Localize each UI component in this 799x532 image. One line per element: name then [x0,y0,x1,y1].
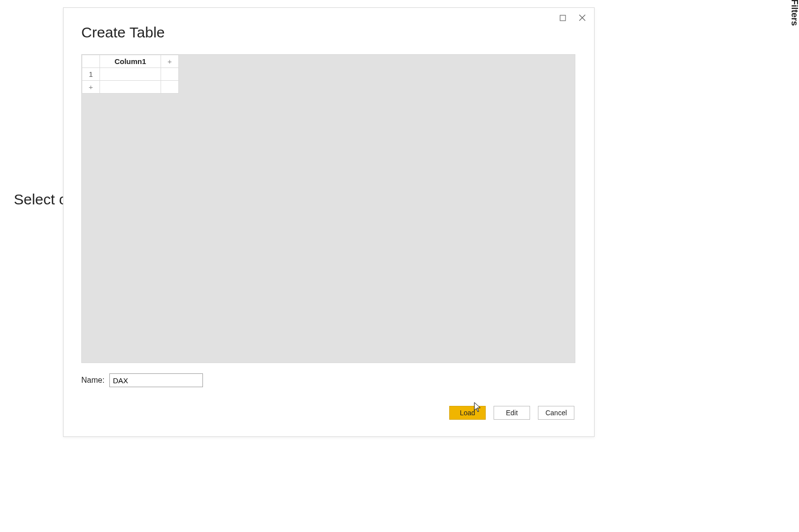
name-label: Name: [81,376,104,385]
edit-button[interactable]: Edit [494,406,530,420]
data-entry-grid: Column1 + 1 + [82,55,179,94]
cell-r1-extra[interactable] [161,68,179,81]
add-column-button[interactable]: + [161,55,179,68]
grid-corner-cell[interactable] [82,55,100,68]
load-button[interactable]: Load [449,406,486,420]
column-header-1[interactable]: Column1 [100,55,161,68]
row-number-1[interactable]: 1 [82,68,100,81]
maximize-icon [560,15,566,21]
dialog-button-row: Load Edit Cancel [449,406,574,420]
empty-cell-narrow [161,81,179,94]
name-row: Name: [81,373,203,387]
filters-panel-tab[interactable]: Filters [789,0,799,25]
cancel-button[interactable]: Cancel [538,406,574,420]
dialog-title: Create Table [81,24,165,41]
table-grid-area[interactable]: Column1 + 1 + [81,54,575,363]
svg-rect-0 [560,15,566,21]
close-icon [579,14,586,21]
close-button[interactable] [576,12,588,24]
background-partial-text: Select o [14,191,67,208]
table-name-input[interactable] [109,373,203,387]
cell-r1c1[interactable] [100,68,161,81]
create-table-dialog: Create Table Column1 + 1 + [63,7,595,437]
maximize-button[interactable] [557,12,568,24]
add-row-button[interactable]: + [82,81,100,94]
empty-cell-wide [100,81,161,94]
filters-label: Filters [789,0,799,26]
